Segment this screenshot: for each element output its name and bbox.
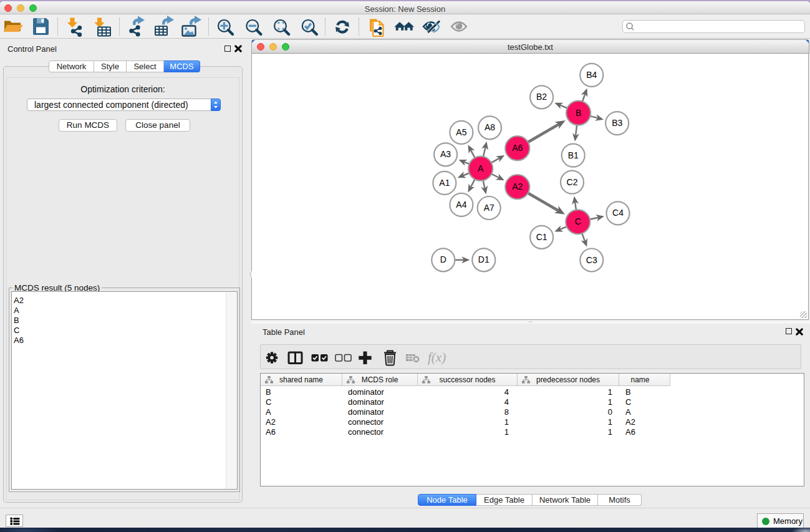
svg-text:C3: C3 — [586, 255, 597, 265]
svg-text:A5: A5 — [456, 127, 466, 137]
svg-text:C4: C4 — [612, 208, 624, 218]
svg-text:B1: B1 — [568, 150, 579, 160]
svg-text:f(x): f(x) — [428, 350, 446, 365]
svg-text:C: C — [575, 216, 581, 226]
svg-text:A6: A6 — [512, 143, 523, 153]
svg-text:A3: A3 — [440, 149, 451, 159]
svg-text:B3: B3 — [612, 118, 622, 128]
svg-text:A4: A4 — [456, 200, 466, 210]
svg-text:A: A — [478, 163, 484, 173]
svg-text:D: D — [440, 254, 446, 264]
svg-text:A2: A2 — [512, 181, 523, 191]
svg-text:A8: A8 — [485, 122, 495, 132]
svg-text:C2: C2 — [567, 177, 578, 187]
svg-text:A7: A7 — [484, 203, 494, 213]
svg-text:B: B — [576, 108, 581, 118]
svg-text:C1: C1 — [536, 232, 547, 242]
svg-text:A1: A1 — [439, 178, 450, 188]
svg-text:B4: B4 — [586, 70, 597, 80]
svg-text:B2: B2 — [536, 92, 547, 102]
svg-text:D1: D1 — [478, 254, 489, 264]
